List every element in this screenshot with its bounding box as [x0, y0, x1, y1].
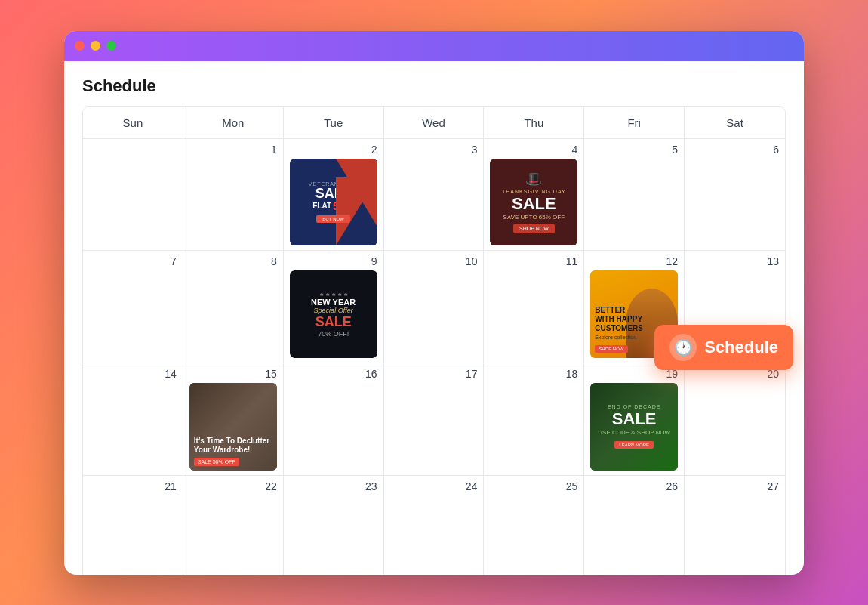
cell-day-10[interactable]: 10	[384, 251, 485, 363]
thanksgiving-btn[interactable]: SHOP NOW	[513, 224, 555, 233]
day-number-7: 7	[89, 255, 177, 267]
content-area: Schedule Sun Mon Tue Wed Thu Fri Sat	[64, 61, 804, 575]
day-number-25: 25	[490, 480, 577, 492]
day-number-1: 1	[189, 144, 277, 156]
calendar-header: Sun Mon Tue Wed Thu Fri Sat	[83, 107, 785, 139]
header-fri: Fri	[584, 107, 685, 138]
day-number-23: 23	[290, 480, 377, 492]
cell-day-9[interactable]: 9 ★ ★ ★ ★ ★ NEW YEAR Special Offer SALE …	[284, 251, 384, 363]
cell-day-26[interactable]: 26	[584, 476, 685, 574]
cell-day-14[interactable]: 14	[83, 363, 183, 475]
header-mon: Mon	[183, 107, 284, 138]
newyear-off: 70% OFF!	[318, 330, 349, 338]
day-number-27: 27	[691, 480, 779, 492]
event-decade[interactable]: END OF DECADE SALE USE CODE & SHOP NOW L…	[590, 383, 678, 471]
maximize-button[interactable]	[106, 41, 116, 51]
day-number-26: 26	[590, 480, 678, 492]
day-number-12: 12	[590, 255, 678, 267]
cell-day-3[interactable]: 3	[384, 139, 485, 251]
customers-btn[interactable]: SHOP NOW	[595, 345, 627, 353]
event-wardrobe[interactable]: It's Time To Declutter Your Wardrobe! SA…	[189, 383, 277, 471]
cell-day-1[interactable]: 1	[183, 139, 284, 251]
cell-day-11[interactable]: 11	[484, 251, 584, 363]
cell-day-25[interactable]: 25	[484, 476, 584, 574]
day-number-22: 22	[189, 480, 277, 492]
cell-empty-1	[83, 139, 183, 251]
decade-sub: USE CODE & SHOP NOW	[598, 429, 670, 436]
day-number-21: 21	[89, 480, 177, 492]
cell-day-21[interactable]: 21	[83, 476, 183, 574]
wardrobe-text-block: It's Time To Declutter Your Wardrobe! SA…	[194, 437, 272, 466]
cell-day-16[interactable]: 16	[284, 363, 384, 475]
header-sat: Sat	[685, 107, 785, 138]
week-row-3: 14 15 It's Time To Declutter Your Wardro…	[83, 363, 785, 476]
cell-day-2[interactable]: 2 VETERANS DAY SALE FLAT 50%	[284, 139, 384, 251]
cell-day-23[interactable]: 23	[284, 476, 384, 574]
cell-day-18[interactable]: 18	[484, 363, 584, 475]
wardrobe-sale: SALE 50% OFF	[194, 458, 272, 466]
event-newyear[interactable]: ★ ★ ★ ★ ★ NEW YEAR Special Offer SALE 70…	[290, 270, 377, 358]
cell-day-15[interactable]: 15 It's Time To Declutter Your Wardrobe!…	[183, 363, 284, 475]
cell-day-4[interactable]: 4 🎩 THANKSGIVING DAY SALE SAVE UPTO 65% …	[484, 139, 584, 251]
schedule-fab[interactable]: 🕐 Schedule	[654, 325, 793, 370]
hat-icon: 🎩	[525, 171, 542, 187]
thanksgiving-top: THANKSGIVING DAY	[502, 189, 566, 194]
day-number-13: 13	[691, 255, 779, 267]
day-number-10: 10	[390, 255, 478, 267]
day-number-2: 2	[290, 144, 377, 156]
day-number-11: 11	[490, 255, 577, 267]
clock-icon: 🕐	[669, 334, 697, 361]
app-window: Schedule Sun Mon Tue Wed Thu Fri Sat	[64, 31, 804, 575]
cell-day-6[interactable]: 6	[685, 139, 785, 251]
veterans-flat: FLAT	[312, 202, 331, 210]
header-thu: Thu	[484, 107, 584, 138]
day-number-6: 6	[691, 144, 779, 156]
cell-day-24[interactable]: 24	[384, 476, 485, 574]
day-number-15: 15	[189, 368, 277, 380]
veterans-btn: BUY NOW	[316, 215, 350, 223]
newyear-top: ★ ★ ★ ★ ★	[319, 292, 348, 298]
cell-day-5[interactable]: 5	[584, 139, 685, 251]
cell-day-17[interactable]: 17	[384, 363, 485, 475]
week-row-1: 1 2 VETERANS DAY SALE	[83, 139, 785, 252]
day-number-17: 17	[390, 368, 478, 380]
day-number-18: 18	[490, 368, 577, 380]
close-button[interactable]	[75, 41, 85, 51]
titlebar	[64, 31, 804, 61]
day-number-5: 5	[590, 144, 678, 156]
day-number-4: 4	[490, 144, 577, 156]
cell-day-8[interactable]: 8	[183, 251, 284, 363]
thanksgiving-sale: SALE	[512, 194, 556, 214]
week-row-4: 21 22 23 24 25	[83, 476, 785, 574]
header-wed: Wed	[384, 107, 485, 138]
header-sun: Sun	[83, 107, 183, 138]
cell-day-20[interactable]: 20	[685, 363, 785, 475]
decade-sale: SALE	[598, 409, 670, 429]
cell-day-27[interactable]: 27	[685, 476, 785, 574]
wardrobe-headline: It's Time To Declutter Your Wardrobe!	[194, 437, 272, 455]
event-veterans-day[interactable]: VETERANS DAY SALE FLAT 50% BUY NOW	[290, 159, 377, 246]
day-number-8: 8	[189, 255, 277, 267]
cell-day-7[interactable]: 7	[83, 251, 183, 363]
event-thanksgiving[interactable]: 🎩 THANKSGIVING DAY SALE SAVE UPTO 65% OF…	[490, 159, 577, 246]
calendar-wrapper: Sun Mon Tue Wed Thu Fri Sat 1	[82, 106, 786, 575]
wardrobe-badge: SALE 50% OFF	[194, 458, 239, 466]
header-tue: Tue	[284, 107, 384, 138]
fab-label: Schedule	[704, 338, 778, 357]
thanksgiving-save: SAVE UPTO 65% OFF	[503, 214, 565, 221]
cell-day-22[interactable]: 22	[183, 476, 284, 574]
decade-top: END OF DECADE	[598, 404, 670, 409]
cell-day-19[interactable]: 19 END OF DECADE SALE USE CODE & SHOP NO…	[584, 363, 685, 475]
day-number-3: 3	[390, 144, 478, 156]
minimize-button[interactable]	[91, 41, 100, 51]
day-number-16: 16	[290, 368, 377, 380]
decade-btn[interactable]: LEARN MORE	[614, 441, 654, 449]
day-number-9: 9	[290, 255, 377, 267]
page-title: Schedule	[82, 76, 786, 96]
newyear-sale: SALE	[315, 314, 352, 330]
decade-text-block: END OF DECADE SALE USE CODE & SHOP NOW L…	[598, 404, 670, 449]
newyear-special: Special Offer	[314, 307, 353, 314]
day-number-14: 14	[89, 368, 177, 380]
newyear-label: NEW YEAR	[311, 298, 356, 307]
day-number-24: 24	[390, 480, 478, 492]
